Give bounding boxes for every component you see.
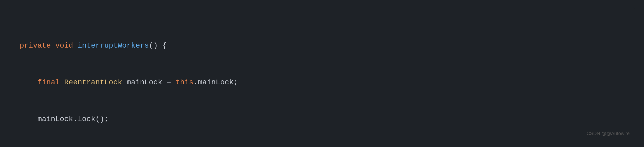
line-2: final ReentrantLock mainLock = this.main… (20, 76, 624, 89)
line-3: mainLock.lock(); (20, 113, 624, 125)
line-1: private void interruptWorkers() { (20, 40, 624, 52)
watermark: CSDN @@Autowire (586, 131, 630, 136)
code-block: private void interruptWorkers() { final … (20, 15, 624, 140)
code-container: private void interruptWorkers() { final … (9, 7, 635, 140)
